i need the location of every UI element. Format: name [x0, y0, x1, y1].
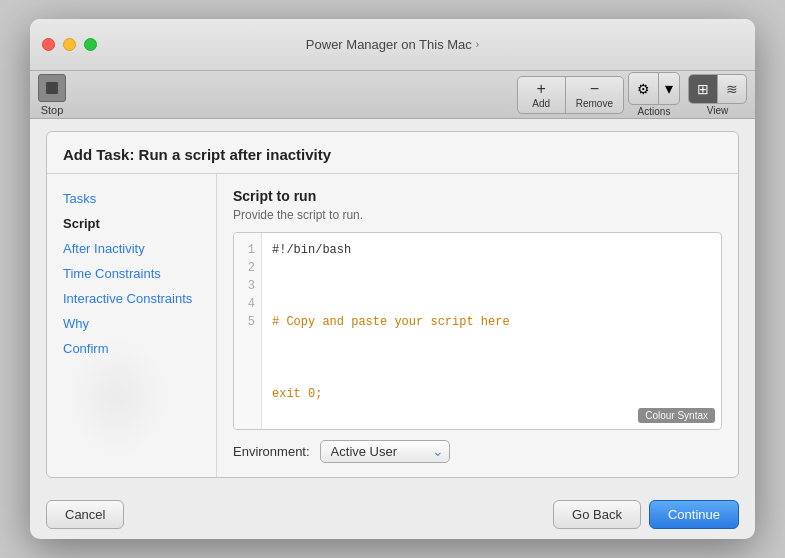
sidebar-item-confirm[interactable]: Confirm [47, 336, 216, 361]
sidebar-item-time-constraints[interactable]: Time Constraints [47, 261, 216, 286]
panel-title: Script to run [233, 188, 722, 204]
gear-button[interactable]: ⚙ [629, 73, 659, 104]
code-content[interactable]: #!/bin/bash # Copy and paste your script… [262, 233, 721, 429]
close-button[interactable] [42, 38, 55, 51]
add-label: Add [532, 98, 550, 109]
traffic-lights [42, 38, 97, 51]
view-label: View [707, 105, 729, 116]
remove-label: Remove [576, 98, 613, 109]
go-back-button[interactable]: Go Back [553, 500, 641, 529]
dialog-body: Tasks Script After Inactivity Time Const… [47, 174, 738, 477]
bottom-bar: Cancel Go Back Continue [30, 490, 755, 539]
environment-label: Environment: [233, 444, 310, 459]
stop-button[interactable] [38, 74, 66, 102]
environment-select-wrapper: Active User Root Current User [320, 440, 450, 463]
sidebar-nav: Tasks Script After Inactivity Time Const… [47, 174, 217, 477]
view-row: ⊞ ≋ [688, 74, 747, 104]
main-content: Add Task: Run a script after inactivity … [30, 119, 755, 490]
wave-view-button[interactable]: ≋ [718, 75, 746, 103]
add-icon: + [537, 81, 546, 97]
title-chevron-icon: › [476, 39, 479, 50]
sidebar-item-why[interactable]: Why [47, 311, 216, 336]
sidebar-item-after-inactivity[interactable]: After Inactivity [47, 236, 216, 261]
minimize-button[interactable] [63, 38, 76, 51]
right-panel: Script to run Provide the script to run.… [217, 174, 738, 477]
actions-dropdown-button[interactable]: ▾ [659, 73, 679, 104]
cancel-button[interactable]: Cancel [46, 500, 124, 529]
view-group: ⊞ ≋ View [688, 74, 747, 116]
remove-icon: − [590, 81, 599, 97]
grid-icon: ⊞ [697, 81, 709, 97]
colour-syntax-badge: Colour Syntax [638, 408, 715, 423]
sidebar-item-interactive-constraints[interactable]: Interactive Constraints [47, 286, 216, 311]
stop-group: Stop [38, 74, 66, 116]
maximize-button[interactable] [84, 38, 97, 51]
dialog-box: Add Task: Run a script after inactivity … [46, 131, 739, 478]
add-button[interactable]: + Add [518, 77, 566, 113]
gear-icon: ⚙ [637, 81, 650, 97]
remove-button[interactable]: − Remove [566, 77, 623, 113]
grid-view-button[interactable]: ⊞ [689, 75, 718, 103]
actions-group: ⚙ ▾ Actions [628, 72, 680, 117]
titlebar: Power Manager on This Mac › [30, 19, 755, 71]
stop-label: Stop [41, 104, 64, 116]
code-editor[interactable]: 1 2 3 4 5 #!/bin/bash # Copy and paste y… [233, 232, 722, 430]
dialog-title: Add Task: Run a script after inactivity [47, 132, 738, 174]
environment-row: Environment: Active User Root Current Us… [233, 440, 722, 463]
chevron-down-icon: ▾ [665, 79, 673, 98]
environment-select[interactable]: Active User Root Current User [320, 440, 450, 463]
window-title: Power Manager on This Mac › [306, 37, 479, 52]
actions-row: ⚙ ▾ [628, 72, 680, 105]
main-window: Power Manager on This Mac › Stop + Add −… [30, 19, 755, 539]
stop-icon [46, 82, 58, 94]
panel-subtitle: Provide the script to run. [233, 208, 722, 222]
actions-label: Actions [638, 106, 671, 117]
sidebar-item-tasks[interactable]: Tasks [47, 186, 216, 211]
sidebar-item-script[interactable]: Script [47, 211, 216, 236]
continue-button[interactable]: Continue [649, 500, 739, 529]
toolbar: Stop + Add − Remove ⚙ ▾ Actions [30, 71, 755, 119]
wave-icon: ≋ [726, 81, 738, 97]
line-numbers: 1 2 3 4 5 [234, 233, 262, 429]
add-remove-group: + Add − Remove [517, 76, 624, 114]
